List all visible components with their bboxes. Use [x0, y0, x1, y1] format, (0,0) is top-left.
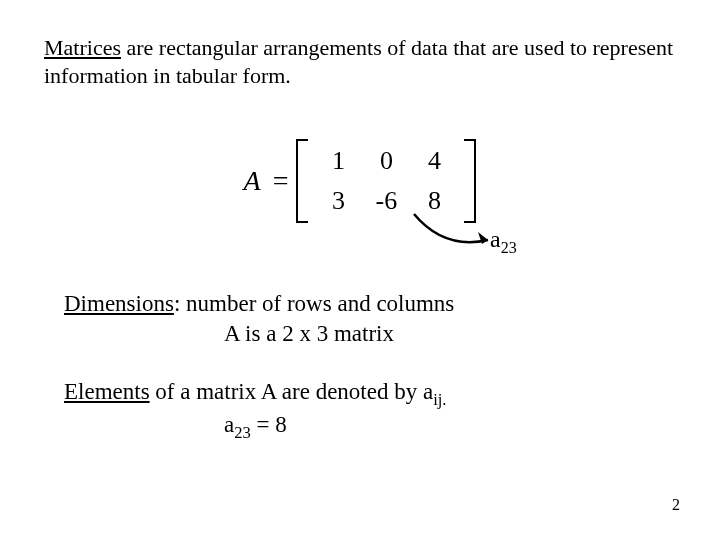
- elements-detail-base: a: [224, 412, 234, 437]
- matrix-cell: 0: [380, 146, 393, 176]
- elements-term: Elements: [64, 379, 150, 404]
- dimensions-detail: A is a 2 x 3 matrix: [64, 319, 676, 349]
- matrix-cell: 1: [332, 146, 345, 176]
- matrix-cell: 3: [332, 186, 345, 216]
- dimensions-section: Dimensions: number of rows and columns A…: [44, 289, 676, 349]
- matrix-cell: 4: [428, 146, 441, 176]
- callout-subscript: 23: [501, 239, 517, 256]
- matrix-cell: -6: [376, 186, 398, 216]
- callout-base: a: [490, 226, 501, 252]
- intro-rest: are rectangular arrangements of data tha…: [44, 35, 673, 88]
- element-callout: a23: [490, 226, 517, 257]
- elements-detail-rest: = 8: [251, 412, 287, 437]
- elements-detail: a23 = 8: [64, 410, 676, 443]
- elements-section: Elements of a matrix A are denoted by ai…: [44, 377, 676, 443]
- slide-page: Matrices are rectangular arrangements of…: [0, 0, 720, 540]
- matrix-lhs: A: [244, 165, 261, 197]
- callout-arrow-icon: [404, 210, 504, 270]
- intro-paragraph: Matrices are rectangular arrangements of…: [44, 34, 676, 89]
- elements-detail-sub: 23: [234, 423, 251, 442]
- dimensions-term: Dimensions: [64, 291, 174, 316]
- elements-rest-sub: ij.: [433, 389, 446, 408]
- intro-term: Matrices: [44, 35, 121, 60]
- left-bracket-icon: [296, 139, 308, 223]
- equals-sign: =: [273, 165, 289, 197]
- page-number: 2: [672, 496, 680, 514]
- matrix-equation: A = 1 0 4 3 -6 8: [44, 121, 676, 241]
- elements-rest-before: of a matrix A are denoted by a: [150, 379, 434, 404]
- dimensions-rest: : number of rows and columns: [174, 291, 454, 316]
